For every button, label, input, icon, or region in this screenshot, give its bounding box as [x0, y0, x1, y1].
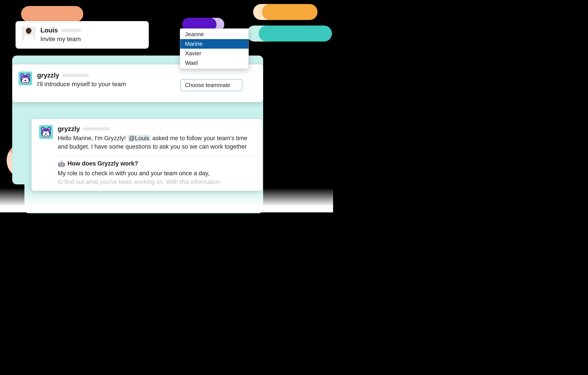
question-line-1: My role is to check in with you and your…: [58, 170, 210, 177]
message-text: Invite my team: [41, 35, 143, 43]
svg-point-3: [29, 31, 30, 32]
greeting-pre: Hello Marine, I'm Gryzzly!: [58, 135, 127, 141]
dropdown-item-marine[interactable]: Marine: [180, 39, 249, 49]
message-body: Louis Invite my team: [41, 26, 143, 43]
question-body: My role is to check in with you and your…: [58, 169, 255, 186]
avatar-gryzzly: [39, 125, 53, 139]
robot-icon: 🤖: [58, 160, 65, 167]
avatar-louis: [22, 26, 35, 40]
svg-point-13: [23, 78, 24, 79]
timestamp-placeholder: [63, 74, 89, 77]
dropdown-item-wael[interactable]: Wael: [180, 58, 249, 68]
question-title-row: 🤖 How does Gryzzly work?: [58, 160, 255, 167]
svg-point-15: [24, 80, 26, 81]
message-header: gryzzly: [37, 72, 257, 79]
sender-name: gryzzly: [37, 72, 59, 79]
message-header: gryzzly: [58, 125, 255, 133]
message-header: Louis: [41, 26, 143, 34]
svg-point-26: [48, 131, 48, 132]
dropdown-item-xavier[interactable]: Xavier: [180, 49, 249, 58]
svg-point-2: [27, 31, 28, 32]
decor-pill-orange: [21, 6, 83, 22]
sender-name: gryzzly: [58, 125, 80, 133]
sender-name: Louis: [41, 26, 58, 34]
message-card-gryzzly-hello: gryzzly Hello Marine, I'm Gryzzly! @Loui…: [32, 119, 262, 191]
decor-pill-amber: [262, 4, 317, 20]
mention-louis[interactable]: @Louis: [127, 135, 151, 142]
question-title: How does Gryzzly work?: [67, 160, 138, 167]
svg-point-27: [45, 133, 47, 135]
decor-pill-teal: [259, 26, 332, 42]
timestamp-placeholder: [83, 127, 110, 130]
svg-point-14: [27, 78, 28, 79]
teammate-dropdown[interactable]: JeanneMarineXavierWael: [180, 28, 249, 69]
person-avatar-icon: [22, 26, 35, 40]
stage: Louis Invite my team: [0, 0, 333, 212]
question-line-2: to find out what you've been working on.…: [58, 179, 220, 185]
svg-point-25: [43, 131, 44, 132]
message-text: Hello Marine, I'm Gryzzly! @Louis asked …: [58, 134, 255, 151]
choose-teammate-button[interactable]: Choose teammate: [181, 80, 242, 91]
avatar-gryzzly: [18, 72, 32, 85]
bear-avatar-icon: [39, 125, 53, 139]
timestamp-placeholder: [61, 28, 81, 32]
dropdown-item-jeanne[interactable]: Jeanne: [180, 30, 249, 39]
message-card-louis: Louis Invite my team: [16, 21, 149, 49]
message-body: gryzzly Hello Marine, I'm Gryzzly! @Loui…: [58, 125, 255, 186]
divider: [58, 156, 255, 156]
bear-avatar-icon: [18, 72, 32, 85]
